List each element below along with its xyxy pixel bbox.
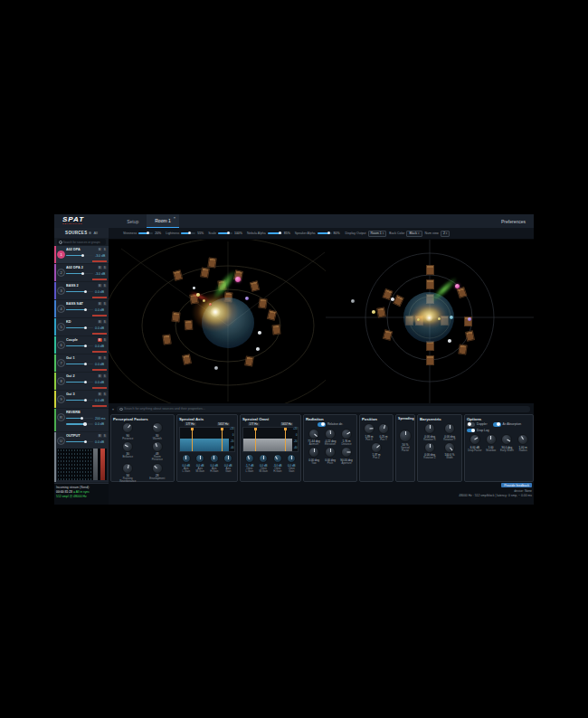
freq-low-handle-value[interactable]: 177 Hz (248, 422, 260, 426)
mute-button[interactable]: M (98, 284, 102, 288)
perspective-view[interactable] (109, 240, 326, 403)
knob[interactable] (424, 423, 435, 434)
filter-all-button[interactable]: All (93, 231, 97, 235)
output-badge[interactable]: U (57, 437, 65, 445)
source-number-badge[interactable]: 7 (57, 359, 65, 367)
knob[interactable] (364, 423, 375, 434)
source-number-badge[interactable]: 8 (57, 377, 65, 385)
solo-button[interactable]: S (103, 320, 108, 324)
option-toggle[interactable] (493, 422, 501, 427)
freq-low-handle-value[interactable]: 177 Hz (185, 422, 196, 426)
gain-slider[interactable] (66, 364, 93, 365)
speaker-box[interactable] (185, 320, 194, 331)
gain-thumb[interactable] (84, 399, 88, 402)
knob[interactable] (469, 434, 480, 445)
dropdown-select[interactable]: 2 ▾ (441, 231, 450, 237)
knob[interactable] (122, 422, 133, 433)
gain-thumb[interactable] (84, 326, 88, 330)
solo-button[interactable]: S (103, 356, 108, 360)
speaker-box[interactable] (258, 298, 267, 308)
source-row[interactable]: 5 KD M S (54, 318, 109, 335)
knob[interactable] (444, 442, 455, 453)
knob[interactable] (287, 454, 296, 463)
source-orb[interactable] (245, 297, 249, 300)
source-orb[interactable] (203, 299, 205, 302)
speaker-box[interactable] (426, 279, 434, 289)
solo-button[interactable]: S (103, 302, 108, 306)
option-toggle[interactable] (467, 422, 475, 427)
gain-thumb[interactable] (84, 345, 88, 348)
speaker-box[interactable] (376, 307, 386, 317)
speaker-box[interactable] (162, 334, 171, 345)
speaker-box[interactable] (244, 355, 254, 366)
source-number-badge[interactable]: 4 (57, 305, 65, 313)
output-solo-button[interactable]: S (103, 434, 108, 438)
gain-thumb[interactable] (81, 254, 85, 258)
reverb-row[interactable]: R REVERB 200 ms 0.0 dB (54, 409, 109, 431)
source-orb[interactable] (209, 303, 212, 306)
knob[interactable] (517, 434, 528, 445)
source-orb[interactable] (455, 284, 460, 288)
freq-handle-high[interactable] (222, 428, 223, 451)
dropdown-select[interactable]: Room 1 ▾ (368, 231, 387, 237)
speaker-box[interactable] (458, 344, 467, 354)
mute-button[interactable]: M (98, 302, 102, 306)
knob[interactable] (122, 463, 133, 474)
slider-track[interactable] (218, 232, 232, 234)
knob[interactable] (273, 454, 282, 463)
solo-button[interactable]: S (103, 248, 108, 251)
mute-button[interactable]: M (98, 374, 102, 378)
solo-button[interactable]: S (103, 338, 108, 342)
solo-button[interactable]: S (103, 374, 108, 378)
close-tab-icon[interactable]: × (174, 215, 175, 220)
mute-button[interactable]: M (98, 320, 102, 324)
source-orb[interactable] (391, 298, 394, 301)
slider-thumb[interactable] (147, 231, 149, 234)
top-view[interactable] (326, 240, 534, 403)
reverb-badge[interactable]: R (57, 413, 65, 421)
source-number-badge[interactable]: 1 (57, 250, 65, 259)
slider-track[interactable] (318, 232, 332, 234)
speaker-box[interactable] (207, 257, 216, 268)
gain-thumb[interactable] (84, 308, 88, 312)
knob[interactable] (444, 423, 455, 434)
knob[interactable] (245, 454, 254, 463)
knob[interactable] (152, 441, 163, 452)
spectral-omni-graph[interactable]: +200-20-40 (242, 427, 299, 452)
reverb-slider-2[interactable] (66, 423, 93, 425)
source-orb[interactable] (193, 287, 195, 289)
knob[interactable] (182, 454, 191, 463)
source-row[interactable]: 3 BASS 2 M S (54, 282, 109, 299)
freq-handle-high[interactable] (285, 428, 286, 451)
source-orb[interactable] (351, 299, 355, 303)
gain-thumb[interactable] (84, 290, 88, 294)
freq-high-handle-value[interactable]: 5657 Hz (217, 422, 230, 426)
speaker-box[interactable] (426, 355, 434, 365)
knob[interactable] (399, 430, 412, 442)
solo-button[interactable]: S (103, 392, 108, 396)
knob[interactable] (122, 441, 133, 452)
mute-button[interactable]: M (98, 338, 102, 342)
relative-dir-toggle[interactable] (318, 422, 326, 427)
spectral-axis-graph[interactable]: +200-20-40 (179, 427, 235, 452)
speaker-box[interactable] (271, 325, 280, 335)
knob[interactable] (152, 463, 163, 474)
gain-slider[interactable] (66, 400, 93, 402)
knob[interactable] (308, 429, 319, 439)
source-number-badge[interactable]: 3 (57, 287, 65, 295)
knob[interactable] (152, 422, 163, 433)
gain-slider[interactable] (66, 255, 93, 257)
source-number-badge[interactable]: 6 (57, 341, 65, 349)
room-viewport[interactable] (109, 240, 534, 403)
knob[interactable] (223, 454, 232, 463)
source-row[interactable]: 7 Gui 1 M S (54, 354, 109, 372)
knob[interactable] (371, 442, 382, 453)
source-row[interactable]: 6 Couple M S (54, 336, 109, 354)
source-orb[interactable] (235, 277, 241, 282)
source-row[interactable]: 4 BASS SAT M S (54, 300, 109, 317)
gain-slider[interactable] (66, 291, 93, 293)
knob[interactable] (325, 447, 336, 458)
provide-feedback-button[interactable]: Provide feedback (501, 483, 532, 487)
freq-high-handle-value[interactable]: 5657 Hz (280, 422, 293, 426)
knob[interactable] (325, 429, 336, 439)
